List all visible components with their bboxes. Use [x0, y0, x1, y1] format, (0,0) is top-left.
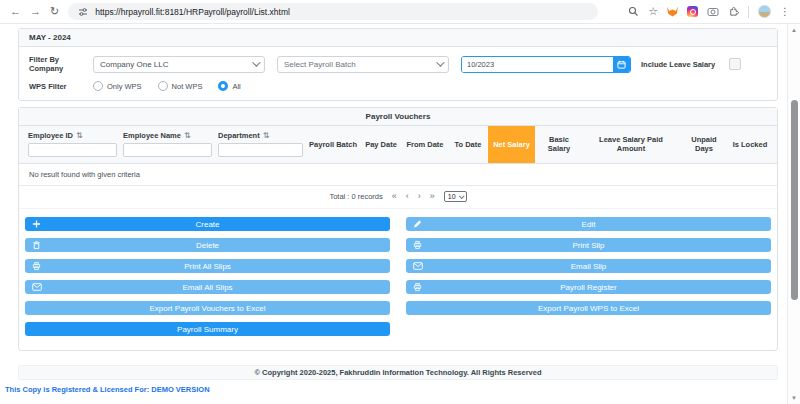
- radio-only-wps[interactable]: Only WPS: [93, 81, 142, 91]
- page-body: MAY - 2024 Filter By Company Company One…: [0, 24, 787, 404]
- col-basic-salary: Basic Salary: [535, 126, 583, 163]
- col-employee-name: Employee Name⇅: [120, 126, 215, 163]
- sort-icon[interactable]: ⇅: [184, 131, 191, 140]
- scroll-up-icon[interactable]: ▲: [788, 27, 800, 33]
- department-filter-input[interactable]: [218, 143, 303, 157]
- period-header: MAY - 2024: [19, 29, 777, 47]
- printer-icon: [32, 262, 41, 271]
- envelope-icon: [32, 283, 42, 291]
- bookmark-star-icon[interactable]: ☆: [648, 6, 658, 17]
- radio-only-wps-label: Only WPS: [107, 82, 142, 91]
- vouchers-title: Payroll Vouchers: [19, 108, 777, 126]
- url-text[interactable]: https://hrpayroll.fit:8181/HRPayroll/pay…: [95, 7, 290, 17]
- printer-icon: [413, 241, 422, 250]
- email-slip-button[interactable]: Email Slip: [406, 259, 771, 273]
- company-select-value: Company One LLC: [100, 60, 252, 69]
- last-page-icon[interactable]: »: [430, 192, 435, 201]
- actions-right-column: Edit Print Slip Email Slip Payroll Regis…: [406, 217, 771, 336]
- col-unpaid-days: Unpaid Days: [679, 126, 729, 163]
- next-page-icon[interactable]: ›: [418, 192, 421, 201]
- export-payroll-vouchers-button[interactable]: Export Payroll Vouchers to Excel: [25, 301, 390, 315]
- period-input[interactable]: [462, 57, 613, 72]
- col-label: Department: [218, 131, 260, 140]
- tune-icon[interactable]: [78, 7, 88, 17]
- radio-checked-icon: [218, 81, 228, 91]
- camera-icon[interactable]: [707, 6, 719, 17]
- col-is-locked: Is Locked: [729, 126, 771, 163]
- wps-filter-label: WPS Filter: [29, 82, 93, 91]
- chevron-down-icon: [436, 58, 444, 66]
- extensions-puzzle-icon[interactable]: [728, 6, 739, 17]
- browser-menu-icon[interactable]: ⋮: [780, 6, 790, 17]
- radio-all[interactable]: All: [218, 81, 240, 91]
- chevron-down-icon: [252, 58, 260, 66]
- page-size-value: 10: [448, 193, 456, 200]
- toolbar-divider: [748, 6, 749, 18]
- email-all-slips-button[interactable]: Email All Slips: [25, 280, 390, 294]
- radio-not-wps[interactable]: Not WPS: [158, 81, 203, 91]
- paginator: Total : 0 records « ‹ › » 10: [19, 186, 777, 209]
- create-button[interactable]: Create: [25, 217, 390, 231]
- col-leave-salary-paid-amount: Leave Salary Paid Amount: [583, 126, 679, 163]
- pencil-icon: [413, 220, 422, 229]
- payroll-vouchers-panel: Payroll Vouchers Employee ID⇅ Employee N…: [18, 107, 778, 351]
- sort-icon[interactable]: ⇅: [76, 131, 83, 140]
- col-department: Department⇅: [215, 126, 306, 163]
- chevron-down-icon: [458, 193, 464, 199]
- employee-id-filter-input[interactable]: [28, 143, 117, 157]
- col-label: Employee ID: [28, 131, 73, 140]
- address-bar[interactable]: https://hrpayroll.fit:8181/HRPayroll/pay…: [68, 3, 598, 20]
- trash-icon: [32, 241, 41, 250]
- table-header-row: Employee ID⇅ Employee Name⇅ Department⇅ …: [19, 126, 777, 164]
- include-leave-salary-checkbox[interactable]: [729, 58, 741, 70]
- reload-icon[interactable]: ↻: [50, 6, 59, 17]
- print-slip-button[interactable]: Print Slip: [406, 238, 771, 252]
- envelope-icon: [413, 262, 423, 270]
- company-select[interactable]: Company One LLC: [93, 56, 265, 73]
- actions-grid: Create Delete Print All Slips Email All …: [19, 209, 777, 350]
- metamask-icon[interactable]: [667, 7, 678, 17]
- filter-by-company-label: Filter By Company: [29, 55, 93, 73]
- forward-icon[interactable]: →: [30, 6, 41, 17]
- copyright-footer: © Copyright 2020-2025, Fakhruddin Inform…: [18, 365, 778, 380]
- browser-toolbar: ← → ↻ https://hrpayroll.fit:8181/HRPayro…: [0, 0, 800, 24]
- scroll-down-icon[interactable]: ▼: [788, 395, 800, 401]
- calendar-icon: [617, 60, 626, 69]
- browser-scrollbar[interactable]: ▲ ▼: [787, 24, 800, 404]
- edit-button[interactable]: Edit: [406, 217, 771, 231]
- export-payroll-wps-button[interactable]: Export Payroll WPS to Excel: [406, 301, 771, 315]
- radio-all-label: All: [232, 82, 240, 91]
- include-leave-salary-label: Include Leave Salary: [641, 60, 715, 69]
- print-all-slips-button[interactable]: Print All Slips: [25, 259, 390, 273]
- employee-name-filter-input[interactable]: [123, 143, 212, 157]
- payroll-summary-button[interactable]: Payroll Summary: [25, 322, 390, 336]
- col-from-date: From Date: [402, 126, 448, 163]
- period-date-group: [461, 56, 631, 73]
- search-icon[interactable]: [628, 6, 639, 17]
- printer-icon: [413, 283, 422, 292]
- first-page-icon[interactable]: «: [392, 192, 397, 201]
- sort-icon[interactable]: ⇅: [263, 131, 270, 140]
- col-net-salary: Net Salary: [488, 126, 535, 163]
- payroll-batch-select[interactable]: Select Payroll Batch: [277, 56, 449, 73]
- payroll-register-button[interactable]: Payroll Register: [406, 280, 771, 294]
- scrollbar-thumb[interactable]: [791, 100, 798, 300]
- col-pay-date: Pay Date: [360, 126, 402, 163]
- col-to-date: To Date: [448, 126, 488, 163]
- license-text: This Copy is Registered & Licensed For: …: [5, 385, 787, 394]
- actions-left-column: Create Delete Print All Slips Email All …: [25, 217, 390, 336]
- page-size-select[interactable]: 10: [444, 191, 467, 202]
- prev-page-icon[interactable]: ‹: [406, 192, 409, 201]
- calendar-button[interactable]: [613, 57, 630, 72]
- radio-icon: [93, 81, 103, 91]
- total-records-label: Total : 0 records: [329, 192, 382, 201]
- col-employee-id: Employee ID⇅: [25, 126, 120, 163]
- empty-message: No result found with given criteria: [19, 164, 777, 186]
- radio-icon: [158, 81, 168, 91]
- back-icon[interactable]: ←: [10, 6, 21, 17]
- filter-panel: MAY - 2024 Filter By Company Company One…: [18, 28, 778, 101]
- plus-icon: [32, 220, 41, 229]
- delete-button[interactable]: Delete: [25, 238, 390, 252]
- profile-avatar[interactable]: [758, 5, 771, 18]
- instagram-icon[interactable]: [687, 6, 698, 17]
